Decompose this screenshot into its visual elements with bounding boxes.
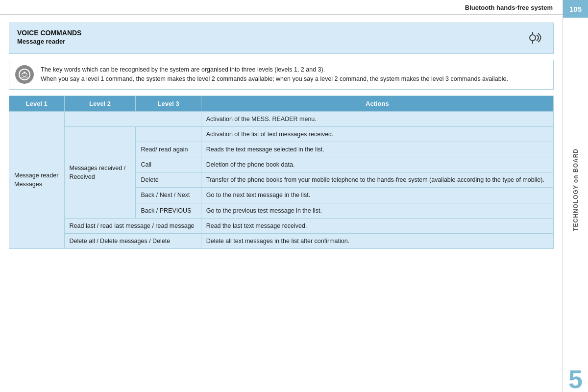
table-row: Delete all / Delete messages / Delete De… bbox=[9, 233, 554, 248]
level1-cell: Message readerMessages bbox=[9, 111, 65, 248]
col-level3: Level 3 bbox=[136, 96, 201, 111]
main-content: Bluetooth hands-free system VOICE COMMAN… bbox=[0, 0, 563, 392]
level2-activation-cell bbox=[64, 111, 201, 126]
page-number: 105 bbox=[563, 0, 588, 18]
info-text-line1: The key words which can be recognised by… bbox=[41, 66, 325, 73]
level3-empty bbox=[136, 126, 201, 142]
sound-wave-icon bbox=[528, 30, 545, 49]
vc-text-block: VOICE COMMANDS Message reader bbox=[17, 29, 81, 45]
chapter-label-box: TECHNOLOGY on BOARD bbox=[563, 18, 588, 362]
svg-point-0 bbox=[530, 35, 536, 41]
level3-back-previous: Back / PREVIOUS bbox=[136, 203, 201, 218]
level3-back-next: Back / Next / Next bbox=[136, 188, 201, 203]
header-title: Bluetooth hands-free system bbox=[465, 4, 553, 11]
page-header: Bluetooth hands-free system bbox=[0, 0, 563, 15]
chapter-label: TECHNOLOGY on BOARD bbox=[572, 148, 579, 231]
action-back-previous: Go to the previous test message in the l… bbox=[201, 203, 553, 218]
level2-messages-received: Messages received /Received bbox=[64, 126, 136, 218]
action-read: Reads the text message selected in the l… bbox=[201, 142, 553, 157]
action-read-last: Read the last text message received. bbox=[201, 218, 553, 233]
vc-title: VOICE COMMANDS bbox=[17, 29, 81, 37]
table-row: Message readerMessages Activation of the… bbox=[9, 111, 554, 126]
right-sidebar: 105 TECHNOLOGY on BOARD 5 bbox=[563, 0, 588, 392]
info-icon bbox=[15, 65, 34, 84]
info-text-line2: When you say a level 1 command, the syst… bbox=[41, 75, 508, 82]
action-delete: Transfer of the phone books from your mo… bbox=[201, 172, 553, 188]
table-row: Messages received /Received Activation o… bbox=[9, 126, 554, 142]
vc-subtitle: Message reader bbox=[17, 38, 81, 45]
action-back-next: Go to the next text message in the list. bbox=[201, 188, 553, 203]
level2-read-last: Read last / read last message / read mes… bbox=[64, 218, 201, 233]
level3-call: Call bbox=[136, 157, 201, 172]
level2-delete-all: Delete all / Delete messages / Delete bbox=[64, 233, 201, 248]
action-activation-mess: Activation of the MESS. READER menu. bbox=[201, 111, 553, 126]
col-level2: Level 2 bbox=[64, 96, 136, 111]
chapter-number: 5 bbox=[563, 362, 588, 392]
table-row: Read last / read last message / read mes… bbox=[9, 218, 554, 233]
col-actions: Actions bbox=[201, 96, 553, 111]
page-body: VOICE COMMANDS Message reader bbox=[0, 15, 563, 392]
info-text-block: The key words which can be recognised by… bbox=[41, 65, 508, 84]
action-activation-list: Activation of the list of text messages … bbox=[201, 126, 553, 142]
command-table: Level 1 Level 2 Level 3 Actions Message … bbox=[9, 96, 554, 249]
action-call: Deletion of the phone book data. bbox=[201, 157, 553, 172]
svg-point-4 bbox=[24, 72, 25, 74]
info-row: The key words which can be recognised by… bbox=[9, 60, 554, 90]
action-delete-all: Delete all text messages in the list aft… bbox=[201, 233, 553, 248]
voice-commands-box: VOICE COMMANDS Message reader bbox=[9, 23, 554, 54]
level3-read-again: Read/ read again bbox=[136, 142, 201, 157]
col-level1: Level 1 bbox=[9, 96, 65, 111]
level3-delete: Delete bbox=[136, 172, 201, 188]
